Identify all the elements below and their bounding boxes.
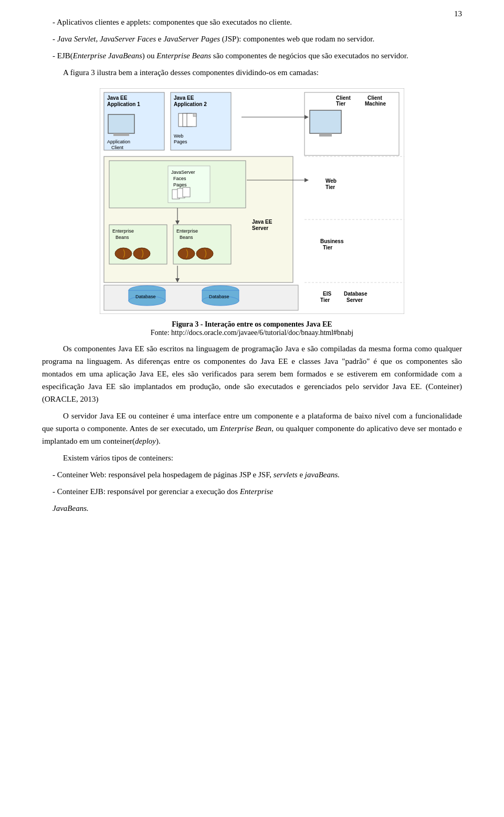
svg-text:EIS: EIS xyxy=(323,291,331,297)
svg-text:Tier: Tier xyxy=(326,184,335,190)
content-block-2: Os componentes Java EE são escritos na l… xyxy=(42,342,462,515)
svg-text:Server: Server xyxy=(252,225,268,231)
svg-text:Tier: Tier xyxy=(323,245,332,250)
svg-rect-24 xyxy=(310,110,341,133)
figure-caption-source: Fonte: http://docs.oracle.com/javaee/6/t… xyxy=(151,329,353,337)
svg-text:Business: Business xyxy=(320,238,344,244)
figure-3: Client Tier Client Machine Java EE Appli… xyxy=(42,88,462,337)
svg-marker-21 xyxy=(193,113,196,117)
svg-text:Database: Database xyxy=(344,291,368,297)
svg-text:Enterprise: Enterprise xyxy=(176,228,198,234)
svg-rect-9 xyxy=(108,114,134,133)
svg-text:Tier: Tier xyxy=(336,101,345,107)
paragraph-6: O servidor Java EE ou conteiner é uma in… xyxy=(42,410,462,447)
svg-text:Pages: Pages xyxy=(173,182,187,187)
paragraph-1: - Aplicativos clientes e applets: compon… xyxy=(42,16,462,28)
svg-text:Pages: Pages xyxy=(174,139,187,144)
svg-text:Faces: Faces xyxy=(173,176,186,181)
svg-text:Java EE: Java EE xyxy=(107,95,128,101)
figure-caption-bold: Figura 3 - Interação entre os componente… xyxy=(172,320,332,328)
paragraph-7: Existem vários tipos de conteiners: xyxy=(42,452,462,464)
svg-text:Application 2: Application 2 xyxy=(174,101,207,107)
svg-text:Web: Web xyxy=(174,133,183,139)
paragraph-5: Os componentes Java EE são escritos na l… xyxy=(42,342,462,405)
svg-text:JavaServer: JavaServer xyxy=(171,170,195,175)
page-number: 13 xyxy=(454,9,462,18)
svg-text:Java EE: Java EE xyxy=(174,95,194,101)
svg-text:Tier: Tier xyxy=(320,297,330,303)
svg-text:Machine: Machine xyxy=(365,101,386,107)
svg-text:Beans: Beans xyxy=(180,235,193,240)
svg-text:Database: Database xyxy=(135,294,156,299)
paragraph-9: - Conteiner EJB: responsável por gerenci… xyxy=(42,485,462,498)
paragraph-10: JavaBeans. xyxy=(42,502,462,515)
svg-text:Database: Database xyxy=(209,294,229,299)
paragraph-8: - Conteiner Web: responsável pela hosped… xyxy=(42,468,462,481)
svg-text:Enterprise: Enterprise xyxy=(112,228,134,234)
svg-text:Application 1: Application 1 xyxy=(107,101,140,107)
svg-text:Client: Client xyxy=(336,95,351,101)
svg-rect-10 xyxy=(113,133,129,136)
svg-text:Java EE: Java EE xyxy=(252,219,272,225)
svg-rect-42 xyxy=(183,187,190,197)
figure-caption: Figura 3 - Interação entre os componente… xyxy=(151,320,353,337)
svg-text:Client: Client xyxy=(368,95,382,101)
svg-text:Server: Server xyxy=(346,297,363,303)
diagram-svg: Client Tier Client Machine Java EE Appli… xyxy=(100,88,404,314)
diagram-wrapper: Client Tier Client Machine Java EE Appli… xyxy=(100,88,404,316)
svg-text:Web: Web xyxy=(326,178,337,184)
paragraph-2: - Java Servlet, JavaServer Faces e JavaS… xyxy=(42,33,462,45)
svg-text:Client: Client xyxy=(111,145,124,150)
svg-rect-25 xyxy=(319,133,332,137)
paragraph-4: A figura 3 ilustra bem a interação desse… xyxy=(42,66,462,79)
svg-text:Application: Application xyxy=(107,139,130,144)
svg-text:Beans: Beans xyxy=(116,235,129,240)
paragraph-3: - EJB(Enterprise JavaBeans) ou Enterpris… xyxy=(42,49,462,62)
